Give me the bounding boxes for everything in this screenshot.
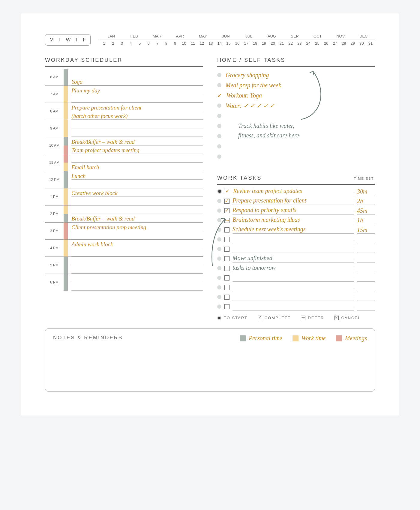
month-row[interactable]: JANFEBMARAPRMAYJUNJULAUGSEPOCTNOVDEC bbox=[100, 34, 375, 40]
priority-dot[interactable] bbox=[217, 189, 222, 194]
day[interactable]: 10 bbox=[180, 41, 189, 46]
work-task-row[interactable] bbox=[217, 283, 375, 292]
work-task-row[interactable] bbox=[217, 273, 375, 283]
day[interactable]: 8 bbox=[162, 41, 171, 46]
day[interactable]: 2 bbox=[109, 41, 118, 46]
status-checkbox[interactable] bbox=[225, 189, 230, 194]
status-checkbox[interactable] bbox=[224, 199, 230, 204]
status-checkbox[interactable] bbox=[224, 266, 230, 271]
day[interactable]: 23 bbox=[295, 41, 304, 46]
priority-dot[interactable] bbox=[217, 208, 221, 213]
day[interactable]: 28 bbox=[339, 41, 348, 46]
day[interactable]: 27 bbox=[331, 41, 340, 46]
status-checkbox[interactable] bbox=[224, 227, 230, 232]
hour-lines[interactable] bbox=[68, 257, 203, 274]
work-task-row[interactable]: Move unfinished bbox=[217, 254, 375, 263]
work-task-row[interactable]: Prepare presentation for client2h bbox=[217, 196, 375, 206]
hour-lines[interactable] bbox=[68, 274, 203, 291]
weekday[interactable]: T bbox=[58, 37, 62, 43]
day[interactable]: 31 bbox=[366, 41, 375, 46]
day[interactable]: 6 bbox=[144, 41, 153, 46]
work-task-row[interactable] bbox=[217, 292, 375, 302]
status-checkbox[interactable] bbox=[224, 304, 230, 309]
work-task-row[interactable]: Schedule next week's meetings15m bbox=[217, 225, 375, 235]
status-checkbox[interactable] bbox=[224, 256, 230, 261]
priority-dot[interactable] bbox=[217, 276, 221, 280]
month[interactable]: OCT bbox=[306, 34, 329, 38]
month[interactable]: FEB bbox=[123, 34, 146, 38]
day[interactable]: 17 bbox=[242, 41, 251, 46]
day[interactable]: 24 bbox=[304, 41, 313, 46]
month[interactable]: APR bbox=[169, 34, 191, 38]
day[interactable]: 3 bbox=[118, 41, 127, 46]
day[interactable]: 26 bbox=[322, 41, 331, 46]
work-task-row[interactable]: tasks to tomorrow bbox=[217, 263, 375, 273]
month[interactable]: MAR bbox=[146, 34, 168, 38]
day[interactable]: 30 bbox=[357, 41, 366, 46]
month[interactable]: MAY bbox=[191, 34, 214, 38]
home-task-row[interactable] bbox=[217, 141, 375, 152]
hour-lines[interactable]: Creative work block bbox=[68, 188, 203, 205]
day[interactable]: 7 bbox=[153, 41, 162, 46]
day[interactable]: 13 bbox=[206, 41, 215, 46]
priority-dot[interactable] bbox=[217, 199, 221, 203]
work-task-row[interactable] bbox=[217, 302, 375, 311]
priority-dot[interactable] bbox=[217, 304, 221, 309]
day[interactable]: 21 bbox=[277, 41, 286, 46]
month[interactable]: JAN bbox=[100, 34, 122, 38]
status-checkbox[interactable] bbox=[224, 275, 230, 280]
day[interactable]: 16 bbox=[233, 41, 242, 46]
priority-dot[interactable] bbox=[217, 295, 221, 299]
weekday[interactable]: W bbox=[66, 37, 71, 43]
day[interactable]: 11 bbox=[188, 41, 197, 46]
day[interactable]: 9 bbox=[171, 41, 180, 46]
hour-lines[interactable]: Plan my day bbox=[68, 86, 203, 103]
month[interactable]: JUL bbox=[237, 34, 260, 38]
hour-lines[interactable]: Yoga bbox=[68, 69, 203, 86]
priority-dot[interactable] bbox=[217, 285, 221, 290]
day[interactable]: 14 bbox=[215, 41, 224, 46]
day-row[interactable]: 1234567891011121314151617181920212223242… bbox=[100, 41, 375, 46]
status-checkbox[interactable] bbox=[224, 218, 230, 223]
day[interactable]: 22 bbox=[286, 41, 295, 46]
home-task-row[interactable] bbox=[217, 152, 375, 162]
day[interactable]: 1 bbox=[100, 41, 109, 46]
day[interactable]: 29 bbox=[348, 41, 357, 46]
scheduler-column: WORKDAY SCHEDULER 6 AMYoga7 AMPlan my da… bbox=[45, 56, 203, 320]
status-checkbox[interactable] bbox=[224, 237, 230, 242]
day[interactable]: 19 bbox=[260, 41, 268, 46]
hour-lines[interactable]: Client presentation prep meeting bbox=[68, 223, 203, 239]
work-task-row[interactable] bbox=[217, 235, 375, 244]
weekday[interactable]: M bbox=[50, 37, 54, 43]
hour-lines[interactable]: Break/Buffer – walk & readTeam project u… bbox=[68, 137, 203, 154]
hour-lines[interactable] bbox=[68, 120, 203, 137]
work-task-row[interactable]: Respond to priority emails45m bbox=[217, 206, 375, 215]
weekday[interactable]: F bbox=[83, 37, 86, 43]
status-checkbox[interactable] bbox=[224, 295, 230, 300]
day[interactable]: 25 bbox=[313, 41, 322, 46]
status-checkbox[interactable] bbox=[224, 285, 230, 290]
hour-lines[interactable]: Lunch bbox=[68, 171, 203, 188]
day[interactable]: 12 bbox=[197, 41, 206, 46]
month[interactable]: AUG bbox=[260, 34, 283, 38]
day[interactable]: 15 bbox=[224, 41, 233, 46]
hour-lines[interactable]: Admin work block bbox=[68, 240, 203, 256]
day[interactable]: 20 bbox=[268, 41, 278, 46]
hour-lines[interactable]: Prepare presentation for client(batch ot… bbox=[68, 103, 203, 120]
day[interactable]: 5 bbox=[135, 41, 144, 46]
month[interactable]: DEC bbox=[352, 34, 375, 38]
work-task-row[interactable]: Review team project updates30m bbox=[217, 187, 375, 196]
month[interactable]: NOV bbox=[329, 34, 352, 38]
work-task-row[interactable]: Brainstorm marketing ideas1h bbox=[217, 215, 375, 225]
day[interactable]: 18 bbox=[250, 41, 260, 46]
weekday[interactable]: T bbox=[75, 37, 79, 43]
month[interactable]: SEP bbox=[283, 34, 306, 38]
status-checkbox[interactable] bbox=[224, 247, 230, 252]
work-task-row[interactable] bbox=[217, 244, 375, 254]
status-checkbox[interactable] bbox=[224, 208, 230, 213]
day[interactable]: 4 bbox=[126, 41, 135, 46]
month[interactable]: JUN bbox=[214, 34, 237, 38]
weekday-picker[interactable]: MTWTF bbox=[45, 34, 91, 46]
hour-lines[interactable]: Email batch bbox=[68, 154, 203, 171]
hour-lines[interactable]: Break/Buffer – walk & read bbox=[68, 206, 203, 222]
